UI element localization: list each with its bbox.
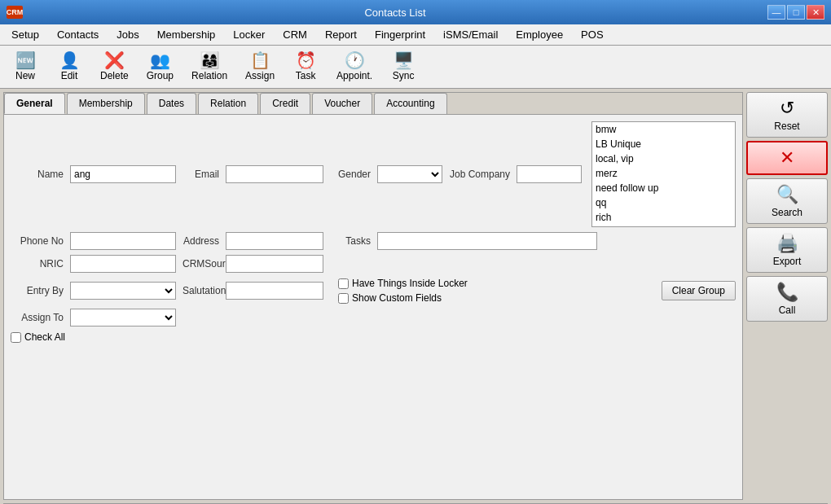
task-icon: ⏰ (296, 52, 316, 68)
have-things-locker-label: Have Things Inside Locker (352, 278, 468, 289)
appoint-button[interactable]: 🕐 Appoint. (329, 49, 380, 85)
clear-group-button[interactable]: Clear Group (662, 281, 736, 300)
edit-icon: 👤 (59, 52, 80, 68)
search-button[interactable]: 🔍 Search (746, 178, 828, 224)
sync-button[interactable]: 🖥️ Sync (383, 49, 424, 85)
tab-voucher[interactable]: Voucher (312, 93, 372, 114)
menu-employee[interactable]: Employee (508, 26, 571, 43)
reset-icon: ↺ (780, 98, 794, 119)
check-all-row: Check All (11, 331, 736, 343)
tab-membership[interactable]: Membership (67, 93, 145, 114)
tab-relation[interactable]: Relation (198, 93, 258, 114)
gender-select[interactable]: Male Female (377, 165, 442, 183)
group-button[interactable]: 👥 Group (139, 49, 181, 85)
tab-dates[interactable]: Dates (147, 93, 196, 114)
salutation-input[interactable] (226, 282, 323, 300)
group-item-4[interactable]: need follow up (592, 181, 735, 195)
checkbox-area: Have Things Inside Locker Show Custom Fi… (338, 278, 468, 304)
assign-button[interactable]: 📋 Assign (238, 49, 282, 85)
task-label: Task (296, 70, 316, 81)
task-button[interactable]: ⏰ Task (285, 49, 326, 85)
tab-bar: General Membership Dates Relation Credit… (4, 93, 742, 115)
phone-input[interactable] (70, 232, 176, 250)
have-things-locker-row[interactable]: Have Things Inside Locker (338, 278, 468, 289)
crmsource-input[interactable] (226, 255, 323, 273)
group-item-0[interactable]: bmw (592, 122, 735, 137)
group-item-2[interactable]: local, vip (592, 151, 735, 166)
close-button[interactable]: ✕ (807, 5, 824, 20)
tasks-input[interactable] (377, 232, 597, 250)
group-item-3[interactable]: merz (592, 166, 735, 181)
relation-icon: 👨‍👩‍👧 (200, 52, 220, 68)
nric-label: NRIC (11, 258, 64, 270)
check-all-checkbox[interactable] (11, 332, 21, 343)
close-red-icon: ✕ (780, 147, 794, 169)
delete-icon: ❌ (104, 52, 125, 68)
form-row-1: Name Email Gender Male Female Job Compan… (11, 121, 736, 227)
group-item-7[interactable]: test group (592, 225, 735, 227)
export-icon: 🖨️ (776, 233, 798, 254)
form-row-2: Phone No Address Tasks (11, 232, 736, 250)
nric-input[interactable] (70, 255, 176, 273)
restore-button[interactable]: □ (787, 5, 805, 20)
show-custom-fields-checkbox[interactable] (338, 293, 349, 304)
entry-by-select[interactable] (70, 282, 176, 300)
address-input[interactable] (226, 232, 323, 250)
menu-contacts[interactable]: Contacts (49, 26, 107, 43)
export-button[interactable]: 🖨️ Export (746, 227, 828, 273)
job-company-input[interactable] (517, 165, 582, 183)
menu-isms-email[interactable]: iSMS/Email (435, 26, 506, 43)
app-logo: CRM (7, 6, 23, 19)
close-panel-button[interactable]: ✕ (746, 141, 828, 175)
menu-fingerprint[interactable]: Fingerprint (367, 26, 433, 43)
tasks-label: Tasks (330, 235, 371, 247)
appoint-icon: 🕐 (345, 52, 365, 68)
email-input[interactable] (226, 165, 323, 183)
relation-label: Relation (191, 70, 227, 81)
new-button[interactable]: 🆕 New (5, 49, 46, 85)
tab-credit[interactable]: Credit (260, 93, 310, 114)
form-row-4: Entry By Salutation Have Things Inside L… (11, 278, 736, 304)
show-custom-fields-row[interactable]: Show Custom Fields (338, 292, 468, 304)
group-item-1[interactable]: LB Unique (592, 137, 735, 151)
group-item-6[interactable]: rich (592, 210, 735, 225)
new-icon: 🆕 (15, 52, 36, 68)
reset-button[interactable]: ↺ Reset (746, 92, 828, 138)
menu-jobs[interactable]: Jobs (108, 26, 147, 43)
form-row-3: NRIC CRMSource (11, 255, 736, 273)
group-list[interactable]: bmw LB Unique local, vip merz need follo… (591, 121, 736, 227)
menu-pos[interactable]: POS (573, 26, 611, 43)
have-things-locker-checkbox[interactable] (338, 278, 349, 289)
relation-button[interactable]: 👨‍👩‍👧 Relation (184, 49, 235, 85)
left-panel: General Membership Dates Relation Credit… (3, 92, 743, 500)
edit-button[interactable]: 👤 Edit (49, 49, 90, 85)
menu-crm[interactable]: CRM (275, 26, 315, 43)
call-icon: 📞 (776, 282, 798, 303)
menu-bar: Setup Contacts Jobs Membership Locker CR… (0, 24, 831, 46)
delete-button[interactable]: ❌ Delete (93, 49, 136, 85)
tab-accounting[interactable]: Accounting (374, 93, 446, 114)
menu-locker[interactable]: Locker (225, 26, 273, 43)
entry-by-label: Entry By (11, 285, 64, 296)
show-custom-fields-label: Show Custom Fields (352, 292, 442, 304)
menu-report[interactable]: Report (317, 26, 365, 43)
minimize-button[interactable]: — (767, 5, 785, 20)
call-label: Call (779, 305, 796, 316)
window-title: Contacts List (23, 7, 767, 19)
toolbar: 🆕 New 👤 Edit ❌ Delete 👥 Group 👨‍👩‍👧 Rela… (0, 46, 831, 89)
right-panel: ↺ Reset ✕ 🔍 Search 🖨️ Export 📞 Call (746, 92, 828, 500)
menu-membership[interactable]: Membership (149, 26, 224, 43)
assign-label: Assign (245, 70, 275, 81)
assign-to-select[interactable] (70, 309, 176, 327)
call-button[interactable]: 📞 Call (746, 276, 828, 322)
window-controls: — □ ✕ (767, 5, 824, 20)
group-item-5[interactable]: qq (592, 195, 735, 210)
check-all-label-row[interactable]: Check All (11, 331, 65, 343)
export-label: Export (773, 256, 802, 267)
name-input[interactable] (70, 165, 176, 183)
tab-general[interactable]: General (4, 93, 65, 114)
delete-label: Delete (100, 70, 129, 81)
appoint-label: Appoint. (336, 70, 372, 81)
menu-setup[interactable]: Setup (3, 26, 47, 43)
address-label: Address (182, 235, 219, 247)
